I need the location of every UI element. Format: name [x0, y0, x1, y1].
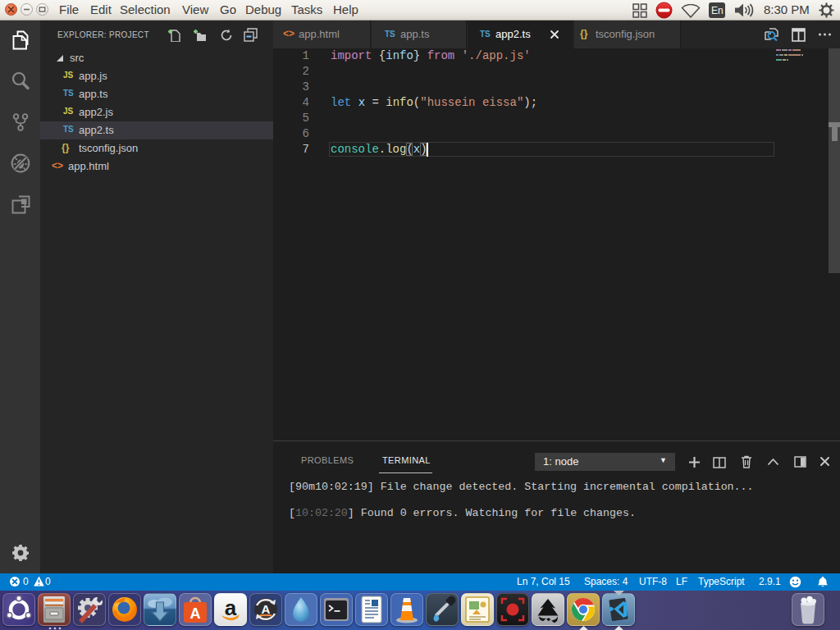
svg-text:A: A	[262, 602, 271, 616]
svg-text:A: A	[190, 605, 201, 622]
svg-text:a: a	[225, 596, 237, 620]
